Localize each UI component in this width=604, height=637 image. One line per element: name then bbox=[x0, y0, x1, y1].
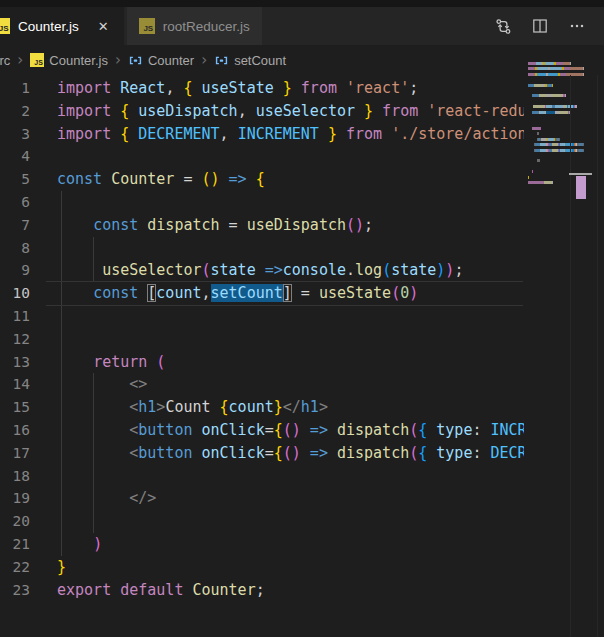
code-line[interactable]: 11 bbox=[0, 305, 524, 328]
line-number: 4 bbox=[0, 145, 30, 168]
code-line[interactable]: 5const Counter = () => { bbox=[0, 168, 524, 191]
code-line[interactable]: 8 bbox=[0, 237, 524, 260]
line-number: 19 bbox=[0, 487, 30, 510]
line-number: 12 bbox=[0, 328, 30, 351]
code-editor[interactable]: 1import React, { useState } from 'react'… bbox=[0, 75, 604, 637]
code-line[interactable]: 16 <button onClick={() => dispatch({ typ… bbox=[0, 419, 524, 442]
js-file-icon: JS bbox=[30, 53, 44, 67]
line-number: 7 bbox=[0, 214, 30, 237]
code-line[interactable]: 14 <> bbox=[0, 373, 524, 396]
code-line[interactable]: 12 bbox=[0, 328, 524, 351]
editor-tab-bar: JS Counter.js ✕ JS rootReducer.js bbox=[0, 7, 604, 45]
editor-actions bbox=[492, 7, 588, 45]
chevron-right-icon: › bbox=[17, 51, 23, 69]
code-line[interactable]: 23export default Counter; bbox=[0, 579, 524, 602]
open-changes-icon[interactable] bbox=[492, 15, 514, 37]
breadcrumb-item-setcount-symbol[interactable]: setCount bbox=[214, 53, 286, 68]
code-line[interactable]: 10 const [count,setCount] = useState(0) bbox=[0, 282, 524, 305]
tab-label: Counter.js bbox=[18, 19, 79, 34]
breadcrumb-item-src[interactable]: src bbox=[0, 53, 10, 68]
breadcrumb-item-counter-symbol[interactable]: Counter bbox=[128, 53, 194, 68]
code-line[interactable]: 17 <button onClick={() => dispatch({ typ… bbox=[0, 442, 524, 465]
titlebar-strip bbox=[0, 0, 604, 7]
more-actions-icon[interactable] bbox=[566, 15, 588, 37]
symbol-variable-icon bbox=[214, 53, 229, 68]
indent-guide bbox=[93, 237, 94, 283]
code-line[interactable]: 7 const dispatch = useDispatch(); bbox=[0, 214, 524, 237]
line-number: 9 bbox=[0, 259, 30, 282]
overview-ruler-word-highlight-mark bbox=[576, 176, 586, 199]
minimap[interactable] bbox=[528, 62, 584, 186]
line-number: 8 bbox=[0, 237, 30, 260]
chevron-right-icon: › bbox=[201, 51, 207, 69]
code-line[interactable]: 4 bbox=[0, 145, 524, 168]
code-line[interactable]: 6 bbox=[0, 191, 524, 214]
line-number: 6 bbox=[0, 191, 30, 214]
line-number: 21 bbox=[0, 533, 30, 556]
tab-counter-js[interactable]: JS Counter.js ✕ bbox=[0, 7, 124, 45]
js-file-icon: JS bbox=[139, 18, 155, 34]
line-number: 22 bbox=[0, 556, 30, 579]
minimap-border bbox=[570, 75, 571, 637]
chevron-right-icon: › bbox=[115, 51, 121, 69]
scrollbar-border bbox=[597, 75, 598, 637]
code-line[interactable]: 21 ) bbox=[0, 533, 524, 556]
code-line[interactable]: 1import React, { useState } from 'react'… bbox=[0, 77, 524, 100]
code-line[interactable]: 3import { DECREMENT, INCREMENT } from '.… bbox=[0, 123, 524, 146]
line-number: 3 bbox=[0, 123, 30, 146]
code-line[interactable]: 13 return ( bbox=[0, 351, 524, 374]
tab-rootreducer-js[interactable]: JS rootReducer.js bbox=[127, 7, 262, 45]
line-number: 16 bbox=[0, 419, 30, 442]
line-number: 17 bbox=[0, 442, 30, 465]
js-file-icon: JS bbox=[0, 18, 10, 34]
code-line[interactable]: 9 useSelector(state =>console.log(state)… bbox=[0, 259, 524, 282]
line-number: 13 bbox=[0, 351, 30, 374]
line-number: 5 bbox=[0, 168, 30, 191]
code-line[interactable]: 15 <h1>Count {count}</h1> bbox=[0, 396, 524, 419]
line-number: 14 bbox=[0, 373, 30, 396]
close-tab-icon[interactable]: ✕ bbox=[95, 18, 112, 35]
indent-guide bbox=[61, 191, 62, 556]
code-line[interactable]: 22} bbox=[0, 556, 524, 579]
line-number: 10 bbox=[0, 282, 30, 305]
overview-ruler-cursor-mark bbox=[569, 173, 592, 175]
code-line[interactable]: 18 bbox=[0, 465, 524, 488]
line-number: 2 bbox=[0, 100, 30, 123]
line-number: 1 bbox=[0, 77, 30, 100]
line-number: 20 bbox=[0, 510, 30, 533]
indent-guide bbox=[93, 373, 94, 533]
code-line[interactable]: 19 </> bbox=[0, 487, 524, 510]
code-line[interactable]: 20 bbox=[0, 510, 524, 533]
code-line[interactable]: 2import { useDispatch, useSelector } fro… bbox=[0, 100, 524, 123]
line-number: 15 bbox=[0, 396, 30, 419]
breadcrumb-item-file[interactable]: JS Counter.js bbox=[30, 53, 108, 68]
line-number: 11 bbox=[0, 305, 30, 328]
line-number: 23 bbox=[0, 579, 30, 602]
breadcrumb: src › JS Counter.js › Counter › setCount bbox=[0, 45, 604, 75]
line-number: 18 bbox=[0, 465, 30, 488]
symbol-variable-icon bbox=[128, 53, 143, 68]
code-lines[interactable]: 1import React, { useState } from 'react'… bbox=[0, 77, 524, 601]
split-editor-icon[interactable] bbox=[529, 15, 551, 37]
tab-label: rootReducer.js bbox=[163, 19, 250, 34]
